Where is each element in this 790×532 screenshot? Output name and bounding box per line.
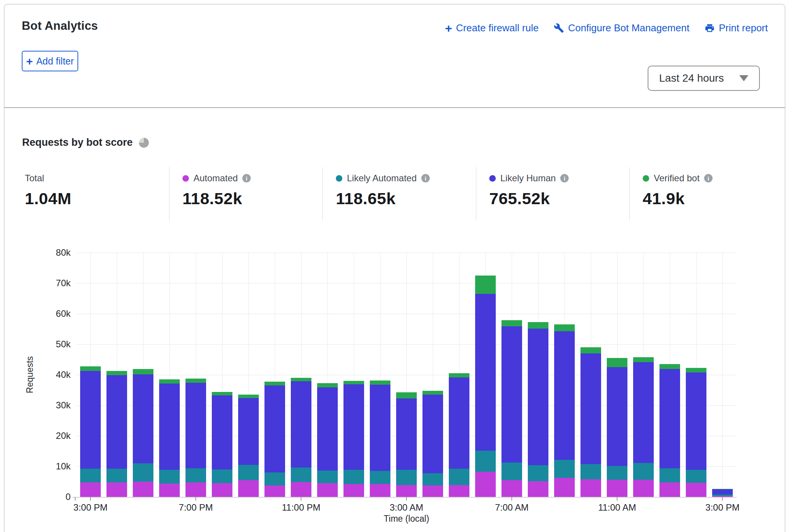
info-icon[interactable]: i (560, 174, 569, 182)
section-title-row: Requests by bot score (22, 137, 149, 148)
stat-value: 41.9k (643, 189, 713, 208)
stat-separator (476, 167, 476, 221)
stat-value: 118.52k (182, 189, 251, 208)
header-actions: + Create firewall rule Configure Bot Man… (445, 22, 768, 34)
stat-likely-human: Likely Human i 765.52k (489, 172, 569, 208)
plus-icon: + (445, 23, 452, 33)
likely-automated-dot-icon (336, 175, 342, 182)
stat-label: Verified bot (654, 173, 700, 184)
section-title: Requests by bot score (22, 137, 133, 148)
stat-likely-automated: Likely Automated i 118.65k (336, 172, 430, 208)
configure-bot-management-label: Configure Bot Management (568, 22, 689, 34)
stat-separator (322, 167, 323, 221)
info-icon[interactable]: i (242, 174, 251, 182)
printer-icon (705, 23, 715, 33)
chevron-down-icon (739, 75, 748, 81)
stat-label: Likely Human (500, 173, 556, 184)
automated-dot-icon (182, 175, 189, 182)
stat-automated: Automated i 118.52k (182, 172, 251, 208)
info-icon[interactable]: i (421, 174, 430, 182)
info-icon[interactable]: i (704, 174, 713, 182)
stat-label: Total (25, 173, 44, 184)
header-divider (4, 107, 785, 108)
plus-icon: + (26, 56, 33, 66)
stat-value: 118.65k (336, 189, 430, 208)
likely-human-dot-icon (489, 175, 496, 182)
time-range-dropdown[interactable]: Last 24 hours (648, 66, 760, 91)
stat-value: 1.04M (25, 189, 71, 208)
create-firewall-rule-label: Create firewall rule (456, 22, 539, 34)
stat-separator (629, 167, 630, 221)
print-report-label: Print report (719, 22, 768, 34)
verified-bot-dot-icon (643, 175, 649, 182)
stat-separator (169, 167, 169, 221)
stat-label: Automated (193, 173, 238, 184)
add-filter-label: Add filter (36, 56, 74, 67)
wrench-icon (554, 23, 564, 33)
add-filter-button[interactable]: + Add filter (22, 51, 78, 71)
time-range-value: Last 24 hours (659, 72, 724, 84)
stat-value: 765.52k (489, 189, 569, 208)
configure-bot-management-link[interactable]: Configure Bot Management (554, 22, 689, 34)
create-firewall-rule-link[interactable]: + Create firewall rule (445, 22, 538, 34)
stat-verified-bot: Verified bot i 41.9k (643, 172, 713, 208)
print-report-link[interactable]: Print report (705, 22, 768, 34)
pie-chart-icon (139, 138, 149, 148)
page-title: Bot Analytics (22, 19, 98, 33)
stat-total: Total 1.04M (25, 172, 71, 208)
stat-label: Likely Automated (347, 173, 417, 184)
